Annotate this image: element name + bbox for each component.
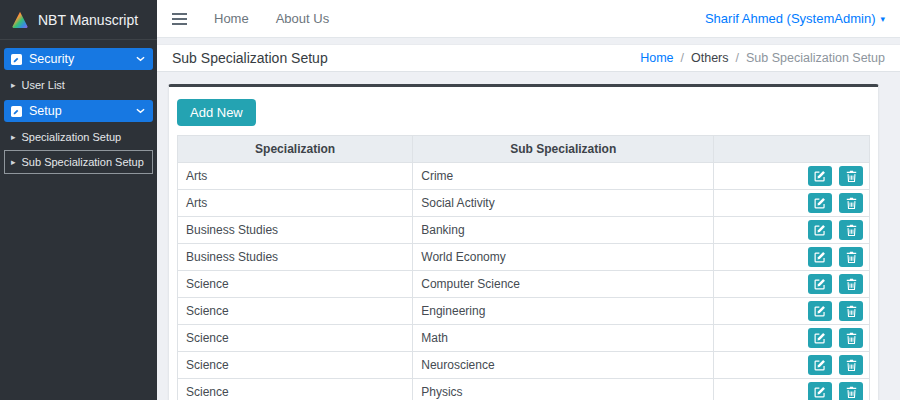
page-header: Sub Specialization Setup Home / Others /… [157, 44, 900, 72]
caret-down-icon: ▾ [880, 14, 885, 24]
delete-button[interactable] [839, 166, 863, 186]
sidebar: NBT Manuscript Security ▸ User List [0, 0, 157, 400]
chevron-down-icon [136, 56, 145, 62]
breadcrumb-home-link[interactable]: Home [640, 51, 673, 65]
caret-right-icon: ▸ [11, 81, 16, 90]
delete-button[interactable] [839, 301, 863, 321]
specialization-cell: Science [178, 298, 413, 325]
edit-button[interactable] [808, 166, 832, 186]
sub-specialization-cell: Banking [413, 217, 714, 244]
delete-button[interactable] [839, 328, 863, 348]
chevron-down-icon [136, 108, 145, 114]
row-actions [714, 379, 870, 400]
row-actions [714, 163, 870, 190]
sidebar-item-specialization-setup[interactable]: ▸ Specialization Setup [4, 125, 153, 149]
table-row: Science Engineering [178, 298, 870, 325]
specialization-cell: Arts [178, 163, 413, 190]
edit-button[interactable] [808, 355, 832, 375]
table-row: Arts Crime [178, 163, 870, 190]
sub-specialization-cell: Physics [413, 379, 714, 400]
row-actions [714, 271, 870, 298]
specialization-cell: Arts [178, 190, 413, 217]
edit-square-icon [11, 54, 22, 65]
sub-specialization-cell: Neuroscience [413, 352, 714, 379]
edit-button[interactable] [808, 193, 832, 213]
delete-button[interactable] [839, 355, 863, 375]
content-area: Sub Specialization Setup Home / Others /… [157, 39, 900, 400]
table-row: Business Studies Banking [178, 217, 870, 244]
sub-specialization-cell: Social Activity [413, 190, 714, 217]
sidebar-item-user-list[interactable]: ▸ User List [4, 73, 153, 97]
caret-right-icon: ▸ [11, 158, 16, 167]
specialization-cell: Science [178, 325, 413, 352]
sidebar-section-security[interactable]: Security [4, 48, 153, 70]
delete-button[interactable] [839, 382, 863, 400]
sidebar-item-label: Sub Specialization Setup [22, 156, 144, 168]
menu-icon[interactable] [172, 13, 187, 25]
table-row: Science Physics [178, 379, 870, 400]
sub-specialization-cell: Engineering [413, 298, 714, 325]
add-new-button[interactable]: Add New [177, 99, 256, 126]
setup-card: Add New Specialization Sub Specializatio… [168, 84, 879, 400]
sub-specialization-cell: Crime [413, 163, 714, 190]
edit-button[interactable] [808, 220, 832, 240]
user-menu[interactable]: Sharif Ahmed (SystemAdmin) ▾ [705, 11, 885, 26]
row-actions [714, 217, 870, 244]
sub-specialization-cell: Math [413, 325, 714, 352]
nav-link-about-us[interactable]: About Us [276, 11, 329, 26]
breadcrumb-separator: / [736, 51, 739, 65]
breadcrumb: Home / Others / Sub Specialization Setup [640, 51, 885, 65]
column-header-sub-specialization: Sub Specialization [413, 136, 714, 163]
delete-button[interactable] [839, 247, 863, 267]
table-header-row: Specialization Sub Specialization [178, 136, 870, 163]
row-actions [714, 325, 870, 352]
user-name: Sharif Ahmed (SystemAdmin) [705, 11, 876, 26]
sidebar-section-setup[interactable]: Setup [4, 100, 153, 122]
sub-specialization-table: Specialization Sub Specialization Arts C… [177, 135, 870, 400]
table-row: Business Studies World Economy [178, 244, 870, 271]
brand[interactable]: NBT Manuscript [0, 0, 157, 40]
table-row: Science Math [178, 325, 870, 352]
delete-button[interactable] [839, 274, 863, 294]
sidebar-item-sub-specialization-setup[interactable]: ▸ Sub Specialization Setup [4, 150, 153, 174]
delete-button[interactable] [839, 193, 863, 213]
specialization-cell: Science [178, 379, 413, 400]
sidebar-section-label: Setup [29, 104, 62, 118]
top-navbar: Home About Us Sharif Ahmed (SystemAdmin)… [157, 0, 900, 38]
column-header-specialization: Specialization [178, 136, 413, 163]
specialization-cell: Business Studies [178, 244, 413, 271]
row-actions [714, 244, 870, 271]
specialization-cell: Science [178, 271, 413, 298]
edit-button[interactable] [808, 274, 832, 294]
specialization-cell: Science [178, 352, 413, 379]
table-row: Arts Social Activity [178, 190, 870, 217]
sidebar-menu: Security ▸ User List Setup ▸ [0, 40, 157, 180]
breadcrumb-others: Others [691, 51, 729, 65]
edit-button[interactable] [808, 247, 832, 267]
specialization-cell: Business Studies [178, 217, 413, 244]
sidebar-item-label: User List [22, 79, 65, 91]
page-title: Sub Specialization Setup [172, 50, 328, 66]
table-body: Arts Crime Arts Social Activity [178, 163, 870, 400]
edit-button[interactable] [808, 328, 832, 348]
sub-specialization-cell: Computer Science [413, 271, 714, 298]
caret-right-icon: ▸ [11, 133, 16, 142]
breadcrumb-separator: / [681, 51, 684, 65]
table-row: Science Neuroscience [178, 352, 870, 379]
breadcrumb-current: Sub Specialization Setup [746, 51, 885, 65]
edit-square-icon [11, 106, 22, 117]
sidebar-item-label: Specialization Setup [22, 131, 122, 143]
table-row: Science Computer Science [178, 271, 870, 298]
brand-logo-icon [10, 10, 30, 30]
row-actions [714, 190, 870, 217]
delete-button[interactable] [839, 220, 863, 240]
brand-title: NBT Manuscript [38, 12, 138, 28]
sidebar-section-label: Security [29, 52, 74, 66]
edit-button[interactable] [808, 301, 832, 321]
edit-button[interactable] [808, 382, 832, 400]
row-actions [714, 352, 870, 379]
column-header-actions [714, 136, 870, 163]
nav-link-home[interactable]: Home [214, 11, 249, 26]
sub-specialization-cell: World Economy [413, 244, 714, 271]
row-actions [714, 298, 870, 325]
